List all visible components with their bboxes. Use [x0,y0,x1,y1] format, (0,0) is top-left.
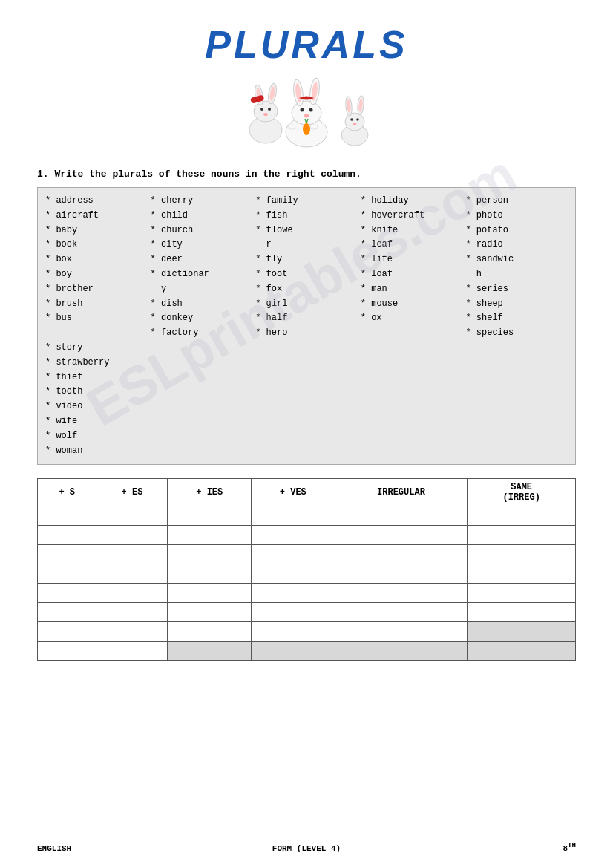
footer-divider [37,838,576,838]
cell [168,622,252,642]
word-item: * leaf [361,238,463,252]
cell-shaded [168,642,252,661]
word-item: * woman [45,444,148,459]
word-item: * thief [45,371,148,385]
word-item: * deer [151,252,253,267]
word-item: * aircraft [45,209,148,223]
svg-point-11 [292,101,321,125]
svg-rect-20 [310,125,318,129]
cell [468,506,576,526]
cell [38,584,96,603]
col-header-same: SAME(IRREG) [468,479,576,506]
cell [335,564,468,584]
word-item: * bus [45,311,148,326]
cell [96,506,168,526]
cell [38,642,96,661]
cell [96,622,168,642]
word-item: * wolf [45,429,148,444]
col-header-ves: + VES [252,479,335,506]
word-item: * knife [361,223,463,238]
cell [168,506,252,526]
table-row [38,526,576,545]
cell [468,564,576,584]
word-item: * story [45,341,148,356]
svg-rect-19 [288,125,295,129]
word-col-1: * address * aircraft * baby * book * box… [45,194,148,341]
cell [38,622,96,642]
word-col-4: * holiday * hovercraft * knife * leaf * … [361,194,463,341]
col-header-ies: + IES [168,479,252,506]
cell [335,603,468,622]
word-item: * loaf [361,267,463,282]
word-item: * sandwic [465,252,568,267]
cell [96,584,168,603]
word-item: * boy [45,267,148,282]
cell [252,545,335,564]
word-item: * dictionar [151,267,253,282]
word-item: * man [361,282,463,297]
svg-point-32 [353,123,357,125]
word-col-6: * story * strawberry * thief * tooth * v… [45,341,148,458]
word-item: * church [151,223,253,238]
word-col-5: * person * photo * potato * radio * sand… [465,194,568,341]
cell-shaded [468,622,576,642]
word-col-3: * family * fish * flowe r * fly * foot *… [255,194,358,341]
word-item: * tooth [45,385,148,399]
page-header: PLURALS [37,22,576,152]
cell [38,545,96,564]
cell [96,545,168,564]
cell [468,526,576,545]
word-item: * holiday [361,194,463,209]
cell [252,526,335,545]
word-item: * brother [45,282,148,297]
word-item: * book [45,238,148,252]
cell [335,526,468,545]
word-item: * factory [151,326,253,341]
footer-right: 8TH [563,841,576,853]
word-item: * city [151,238,253,252]
word-item: * cherry [151,194,253,209]
cell [252,564,335,584]
word-item: r [255,238,358,252]
cell [252,584,335,603]
word-item: * video [45,399,148,414]
word-item: * ox [361,311,463,326]
col-header-s: + S [38,479,96,506]
svg-point-1 [254,101,278,122]
word-item: * girl [255,297,358,312]
cell [468,545,576,564]
rabbit-illustration [225,67,388,152]
cell [335,584,468,603]
word-item: * series [465,282,568,297]
cell [335,622,468,642]
table-row [38,584,576,603]
word-item: * person [465,194,568,209]
col-header-es: + ES [96,479,168,506]
footer-center: FORM (LEVEL 4) [272,844,341,853]
svg-point-7 [268,108,271,111]
word-item: * fox [255,282,358,297]
word-item: * hero [255,326,358,341]
word-item: * box [45,252,148,267]
cell [96,526,168,545]
word-item: * species [465,326,568,341]
svg-point-30 [350,118,353,121]
word-item: * half [255,311,358,326]
instruction-text: 1. Write the plurals of these nouns in t… [37,169,576,180]
word-item: * shelf [465,311,568,326]
table-row [38,564,576,584]
table-row [38,622,576,642]
svg-point-17 [309,108,313,112]
svg-point-6 [260,108,263,111]
word-item: * address [45,194,148,209]
cell [38,506,96,526]
word-list-box: * address * aircraft * baby * book * box… [37,187,576,465]
cell-shaded [335,642,468,661]
word-item: * family [255,194,358,209]
cell [96,603,168,622]
word-item: * brush [45,297,148,312]
svg-point-16 [301,108,304,112]
cell [38,603,96,622]
word-item: * strawberry [45,356,148,371]
word-item: * sheep [465,297,568,312]
